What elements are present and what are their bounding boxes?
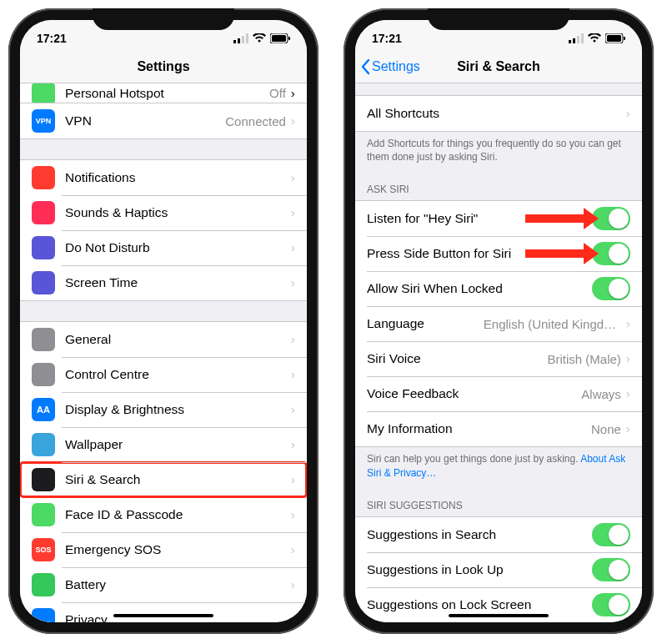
- row-label: Siri & Search: [65, 472, 291, 487]
- row-vpn[interactable]: VPNVPNConnected›: [20, 103, 307, 138]
- row-my-information[interactable]: My InformationNone›: [355, 411, 642, 446]
- chevron-right-icon: ›: [291, 205, 295, 220]
- chevron-right-icon: ›: [291, 113, 295, 128]
- group-shortcuts: All Shortcuts ›: [355, 95, 642, 132]
- group-network: VPNVPNConnected›: [20, 103, 307, 139]
- row-general[interactable]: General›: [20, 322, 307, 357]
- svg-rect-10: [581, 33, 584, 43]
- phone-right: 17:21 Settings Siri & Search All Shortcu…: [344, 8, 654, 634]
- row-do-not-disturb[interactable]: Do Not Disturb›: [20, 230, 307, 265]
- row-label: Listen for "Hey Siri": [367, 211, 592, 226]
- chevron-right-icon: ›: [291, 472, 295, 487]
- row-label: Allow Siri When Locked: [367, 281, 592, 296]
- row-siri-search[interactable]: Siri & Search›: [20, 462, 307, 497]
- row-siri-voice[interactable]: Siri VoiceBritish (Male)›: [355, 341, 642, 376]
- siri-settings-list[interactable]: All Shortcuts › Add Shortcuts for things…: [355, 83, 642, 622]
- emergency-sos-icon: SOS: [32, 538, 55, 561]
- footer-text: Siri can help you get things done just b…: [367, 453, 580, 465]
- ask-siri-footer: Siri can help you get things done just b…: [355, 447, 642, 487]
- row-label: VPN: [65, 113, 225, 128]
- nav-bar: Settings Siri & Search: [355, 50, 642, 83]
- row-voice-feedback[interactable]: Voice FeedbackAlways›: [355, 376, 642, 411]
- cellular-icon: [233, 33, 248, 43]
- screen-right: 17:21 Settings Siri & Search All Shortcu…: [355, 20, 642, 622]
- toggle-listen-for-hey-siri[interactable]: [592, 207, 630, 230]
- row-display-brightness[interactable]: AADisplay & Brightness›: [20, 392, 307, 427]
- status-indicators: [569, 33, 625, 43]
- toggle-press-side-button-for-siri[interactable]: [592, 242, 630, 265]
- settings-list[interactable]: Personal Hotspot Off › VPNVPNConnected› …: [20, 83, 307, 622]
- row-label: Control Centre: [65, 367, 291, 382]
- cellular-icon: [569, 33, 584, 43]
- row-label: Suggestions in Search: [367, 527, 592, 542]
- control-centre-icon: [32, 363, 55, 386]
- row-label: Face ID & Passcode: [65, 507, 291, 522]
- home-indicator[interactable]: [113, 614, 213, 617]
- group-ask-siri: Listen for "Hey Siri"Press Side Button f…: [355, 200, 642, 447]
- general-icon: [32, 328, 55, 351]
- chevron-right-icon: ›: [291, 542, 295, 557]
- status-time: 17:21: [372, 32, 402, 45]
- nav-bar: Settings: [20, 50, 307, 83]
- row-privacy[interactable]: Privacy›: [20, 602, 307, 622]
- chevron-right-icon: ›: [626, 421, 630, 436]
- row-emergency-sos[interactable]: SOSEmergency SOS›: [20, 532, 307, 567]
- row-press-side-button-for-siri[interactable]: Press Side Button for Siri: [355, 236, 642, 271]
- battery-icon: [270, 33, 290, 43]
- chevron-right-icon: ›: [291, 332, 295, 347]
- svg-rect-5: [272, 35, 286, 42]
- row-suggestions-in-look-up[interactable]: Suggestions in Look Up: [355, 552, 642, 587]
- row-label: Personal Hotspot: [65, 86, 164, 101]
- group-siri-suggestions: Suggestions in SearchSuggestions in Look…: [355, 516, 642, 622]
- row-battery[interactable]: Battery›: [20, 567, 307, 602]
- svg-rect-0: [233, 40, 236, 43]
- chevron-right-icon: ›: [291, 577, 295, 592]
- row-listen-for-hey-siri[interactable]: Listen for "Hey Siri": [355, 201, 642, 236]
- back-button[interactable]: Settings: [360, 50, 420, 83]
- row-label: Wallpaper: [65, 437, 291, 452]
- row-value: British (Male): [547, 352, 620, 366]
- toggle-suggestions-in-search[interactable]: [592, 523, 630, 546]
- row-value: English (United Kingdom): [484, 317, 621, 331]
- chevron-right-icon: ›: [626, 316, 630, 331]
- status-indicators: [233, 33, 290, 43]
- shortcuts-footer: Add Shortcuts for things you frequently …: [355, 132, 642, 172]
- ask-siri-header: ASK SIRI: [355, 172, 642, 200]
- toggle-suggestions-on-lock-screen[interactable]: [592, 593, 630, 616]
- row-wallpaper[interactable]: Wallpaper›: [20, 427, 307, 462]
- hotspot-icon: [32, 83, 55, 103]
- toggle-suggestions-in-look-up[interactable]: [592, 558, 630, 581]
- chevron-right-icon: ›: [291, 507, 295, 522]
- status-time: 17:21: [37, 32, 67, 45]
- toggle-allow-siri-when-locked[interactable]: [592, 277, 630, 300]
- svg-rect-2: [242, 36, 244, 43]
- row-label: Language: [367, 316, 484, 331]
- row-label: Emergency SOS: [65, 542, 291, 557]
- row-all-shortcuts[interactable]: All Shortcuts ›: [355, 96, 642, 131]
- vpn-icon: VPN: [32, 109, 55, 133]
- row-suggestions-in-search[interactable]: Suggestions in Search: [355, 517, 642, 552]
- row-label: Press Side Button for Siri: [367, 246, 592, 261]
- row-value: None: [591, 422, 621, 436]
- svg-rect-6: [288, 37, 290, 40]
- chevron-right-icon: ›: [291, 437, 295, 452]
- home-indicator[interactable]: [449, 614, 549, 617]
- row-face-id-passcode[interactable]: Face ID & Passcode›: [20, 497, 307, 532]
- row-label: General: [65, 332, 291, 347]
- chevron-right-icon: ›: [626, 106, 630, 121]
- row-label: Voice Feedback: [367, 386, 581, 401]
- row-allow-siri-when-locked[interactable]: Allow Siri When Locked: [355, 271, 642, 306]
- row-personal-hotspot[interactable]: Personal Hotspot Off ›: [20, 83, 307, 103]
- svg-rect-12: [607, 35, 621, 42]
- row-control-centre[interactable]: Control Centre›: [20, 357, 307, 392]
- battery-icon: [605, 33, 625, 43]
- row-sounds-haptics[interactable]: Sounds & Haptics›: [20, 195, 307, 230]
- wifi-icon: [588, 33, 601, 43]
- do-not-disturb-icon: [32, 236, 55, 259]
- chevron-right-icon: ›: [291, 170, 295, 185]
- svg-rect-3: [246, 33, 248, 43]
- row-screen-time[interactable]: Screen Time›: [20, 265, 307, 300]
- row-language[interactable]: LanguageEnglish (United Kingdom)›: [355, 306, 642, 341]
- row-label: Screen Time: [65, 275, 291, 290]
- row-notifications[interactable]: Notifications›: [20, 160, 307, 195]
